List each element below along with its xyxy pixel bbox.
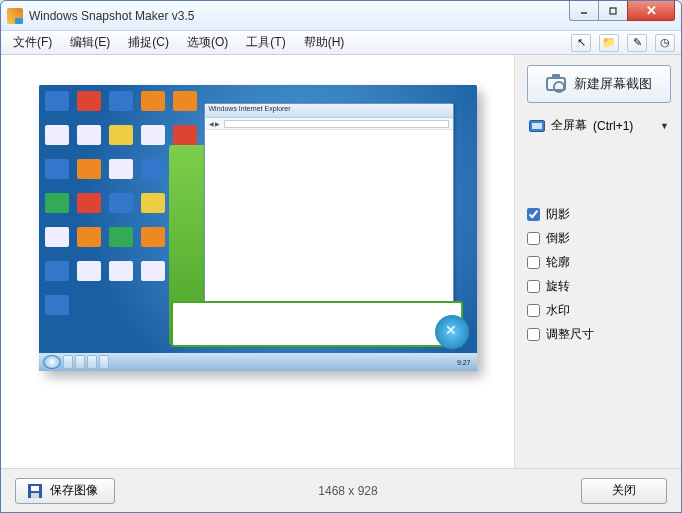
cursor-tool-icon[interactable]: ↖ (571, 34, 591, 52)
preview-pane: Windows Internet Explorer ◀ ▶ 9:27 (1, 55, 515, 468)
menu-options[interactable]: 选项(O) (181, 32, 234, 53)
mini-info-panel (171, 301, 463, 347)
menu-capture[interactable]: 捕捉(C) (122, 32, 175, 53)
app-window: Windows Snapshot Maker v3.5 ✕ 文件(F) 编辑(E… (0, 0, 682, 513)
effects-options: 阴影 倒影 轮廓 旋转 水印 调整尺寸 (527, 206, 671, 343)
watermark-checkbox[interactable] (527, 304, 540, 317)
new-screenshot-label: 新建屏幕截图 (574, 75, 652, 93)
outline-checkbox[interactable] (527, 256, 540, 269)
screenshot-preview: Windows Internet Explorer ◀ ▶ 9:27 (39, 85, 477, 371)
camera-icon (546, 77, 566, 91)
mini-close-bubble (435, 315, 469, 349)
dimensions-readout: 1468 x 928 (115, 484, 581, 498)
save-image-button[interactable]: 保存图像 (15, 478, 115, 504)
titlebar: Windows Snapshot Maker v3.5 ✕ (1, 1, 681, 31)
mini-window-body (205, 130, 453, 320)
close-label: 关闭 (612, 482, 636, 499)
option-reflection[interactable]: 倒影 (527, 230, 671, 247)
edit-tool-icon[interactable]: ✎ (627, 34, 647, 52)
mini-start-button (43, 355, 61, 369)
screen-icon (529, 120, 545, 132)
mini-clock: 9:27 (455, 359, 473, 366)
shadow-checkbox[interactable] (527, 208, 540, 221)
save-label: 保存图像 (50, 482, 98, 499)
menu-tools[interactable]: 工具(T) (240, 32, 291, 53)
content-area: Windows Internet Explorer ◀ ▶ 9:27 (1, 55, 681, 468)
menubar: 文件(F) 编辑(E) 捕捉(C) 选项(O) 工具(T) 帮助(H) ↖ 📁 … (1, 31, 681, 55)
capture-mode-selector[interactable]: 全屏幕 (Ctrl+1) ▼ (527, 115, 671, 136)
history-tool-icon[interactable]: ◷ (655, 34, 675, 52)
option-shadow[interactable]: 阴影 (527, 206, 671, 223)
option-rotate[interactable]: 旋转 (527, 278, 671, 295)
option-watermark[interactable]: 水印 (527, 302, 671, 319)
minimize-button[interactable] (569, 1, 599, 21)
preview-image[interactable]: Windows Internet Explorer ◀ ▶ 9:27 (39, 85, 477, 371)
window-controls: ✕ (570, 1, 675, 21)
maximize-button[interactable] (598, 1, 628, 21)
floppy-icon (28, 484, 42, 498)
option-outline[interactable]: 轮廓 (527, 254, 671, 271)
close-button[interactable]: 关闭 (581, 478, 667, 504)
mini-window-toolbar: ◀ ▶ (205, 118, 453, 130)
menu-file[interactable]: 文件(F) (7, 32, 58, 53)
window-title: Windows Snapshot Maker v3.5 (29, 9, 194, 23)
mini-taskbar: 9:27 (39, 353, 477, 371)
mini-window-title: Windows Internet Explorer (205, 104, 453, 118)
svg-rect-1 (610, 8, 616, 14)
menu-help[interactable]: 帮助(H) (298, 32, 351, 53)
fullscreen-label: 全屏幕 (551, 117, 587, 134)
side-panel: 新建屏幕截图 全屏幕 (Ctrl+1) ▼ 阴影 倒影 轮廓 旋转 水印 调整尺… (515, 55, 681, 468)
resize-checkbox[interactable] (527, 328, 540, 341)
new-screenshot-button[interactable]: 新建屏幕截图 (527, 65, 671, 103)
mini-browser-window: Windows Internet Explorer ◀ ▶ (204, 103, 454, 321)
app-icon (7, 8, 23, 24)
menu-edit[interactable]: 编辑(E) (64, 32, 116, 53)
footer: 保存图像 1468 x 928 关闭 (1, 468, 681, 512)
mini-desktop: Windows Internet Explorer ◀ ▶ 9:27 (39, 85, 477, 371)
chevron-down-icon: ▼ (660, 121, 669, 131)
folder-tool-icon[interactable]: 📁 (599, 34, 619, 52)
reflection-checkbox[interactable] (527, 232, 540, 245)
option-resize[interactable]: 调整尺寸 (527, 326, 671, 343)
rotate-checkbox[interactable] (527, 280, 540, 293)
fullscreen-shortcut: (Ctrl+1) (593, 119, 633, 133)
close-window-button[interactable]: ✕ (627, 1, 675, 21)
